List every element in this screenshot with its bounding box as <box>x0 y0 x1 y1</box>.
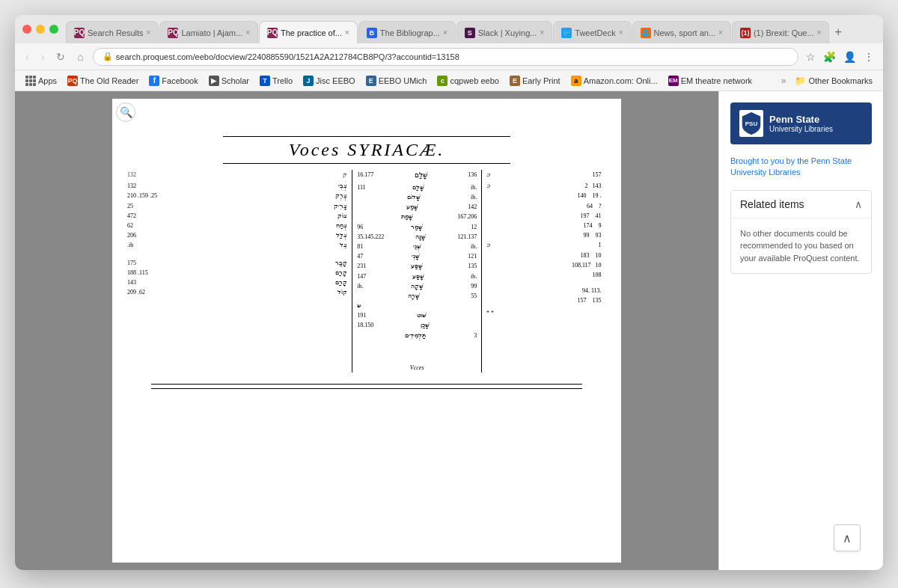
bookmark-early-print[interactable]: E Early Print <box>505 73 565 88</box>
new-tab-button[interactable]: + <box>830 21 846 43</box>
related-items-message: No other documents could be recommended … <box>740 229 860 263</box>
traffic-lights <box>22 25 58 34</box>
tab-close-brexit[interactable]: × <box>817 28 822 37</box>
facebook-label: Facebook <box>162 76 198 85</box>
browser-window: PQ Search Results × PQ Lamiato | Ajam...… <box>15 15 883 570</box>
bookmarks-more: » 📁 Other Bookmarks <box>781 73 877 88</box>
home-button[interactable]: ⌂ <box>74 49 86 64</box>
university-libraries-label: University Libraries <box>769 125 833 133</box>
bookmark-scholar[interactable]: ▶ Scholar <box>204 73 254 88</box>
tab-favicon-bibliography: B <box>367 28 377 38</box>
tab-favicon-slack: S <box>465 28 475 38</box>
eebo-favicon: E <box>366 76 376 86</box>
tab-close-lamiato[interactable]: × <box>245 28 250 37</box>
bookmark-trello[interactable]: T Trello <box>255 73 297 88</box>
svg-text:PSU: PSU <box>745 120 758 127</box>
em-favicon: EM <box>668 76 679 86</box>
tab-label-brexit: (1) Brexit: Que... <box>754 28 814 37</box>
bookmark-old-reader[interactable]: PQ The Old Reader <box>63 73 143 88</box>
tab-practice[interactable]: PQ The practice of... × <box>259 21 358 43</box>
old-reader-favicon: PQ <box>67 76 78 86</box>
reload-button[interactable]: ↻ <box>53 49 68 64</box>
right-sidebar: PSU Penn State University Libraries Brou… <box>718 91 883 570</box>
tab-favicon-brexit: (1) <box>740 28 751 38</box>
tab-favicon-lamiato: PQ <box>168 28 178 38</box>
jisc-favicon: J <box>303 76 314 86</box>
tab-label-bibliography: The Bibliograp... <box>380 28 440 37</box>
tab-label-news: News, sport an... <box>654 28 716 37</box>
page-search-icon[interactable]: 🔍 <box>116 102 135 122</box>
right-column-syriac: 16.177 שָׁלַם 136 111 שָׁלַם ib. שָׁלוֹם <box>357 170 477 373</box>
tab-favicon-practice: PQ <box>267 28 278 38</box>
tab-label-search-results: Search Results <box>88 28 144 37</box>
forward-button[interactable]: › <box>38 49 48 64</box>
address-right-icons: ☆ 🧩 👤 ⋮ <box>804 49 876 64</box>
main-content: 🔍 Voces SYRIACÆ. ק 132 <box>15 91 883 570</box>
settings-button[interactable]: ⋮ <box>862 49 876 64</box>
cqpweb-label: cqpweb eebo <box>450 76 498 85</box>
bookmark-amazon[interactable]: a Amazon.com: Onli... <box>566 73 662 88</box>
tab-close-news[interactable]: × <box>718 28 723 37</box>
tabs-bar: PQ Search Results × PQ Lamiato | Ajam...… <box>66 15 876 43</box>
address-field[interactable]: 🔒 search.proquest.com/eebo/docview/22408… <box>93 48 798 66</box>
maximize-button[interactable] <box>49 25 58 34</box>
tab-label-slack: Slack | Xuying... <box>478 28 537 37</box>
address-text: search.proquest.com/eebo/docview/2240885… <box>116 52 459 61</box>
tab-close-bibliography[interactable]: × <box>443 28 448 37</box>
left-column: ק 132 צְבִי 132 צֶרֶק 25. 159. 210 צָר <box>127 170 347 373</box>
bookmark-cqpweb[interactable]: c cqpweb eebo <box>433 73 503 88</box>
other-bookmarks[interactable]: 📁 Other Bookmarks <box>790 73 877 88</box>
tab-lamiato[interactable]: PQ Lamiato | Ajam... × <box>159 21 258 43</box>
address-bar: ‹ › ↻ ⌂ 🔒 search.proquest.com/eebo/docvi… <box>15 43 883 70</box>
scroll-to-top-button[interactable]: ∧ <box>834 524 861 551</box>
bookmark-em[interactable]: EM EM theatre network <box>664 73 757 88</box>
document-viewer[interactable]: 🔍 Voces SYRIACÆ. ק 132 <box>15 91 718 570</box>
tab-brexit[interactable]: (1) (1) Brexit: Que... × <box>732 21 830 43</box>
tab-news[interactable]: 🌐 News, sport an... × <box>632 21 731 43</box>
tab-close-practice[interactable]: × <box>345 28 349 37</box>
apps-grid-icon <box>25 76 36 86</box>
tab-slack[interactable]: S Slack | Xuying... × <box>456 21 553 43</box>
bookmark-star-button[interactable]: ☆ <box>804 49 817 64</box>
apps-label: Apps <box>38 76 57 85</box>
tab-favicon-pq: PQ <box>74 28 85 38</box>
early-print-label: Early Print <box>522 76 561 85</box>
tab-tweetdeck[interactable]: 🐦 TweetDeck × <box>553 21 631 43</box>
middle-divider <box>347 170 357 373</box>
facebook-favicon: f <box>149 76 159 86</box>
tab-close-search-results[interactable]: × <box>147 28 151 37</box>
back-button[interactable]: ‹ <box>22 49 32 64</box>
tab-close-slack[interactable]: × <box>540 28 544 37</box>
trello-favicon: T <box>260 76 270 86</box>
tab-label-practice: The practice of... <box>281 28 342 37</box>
far-right-column: ɔ 157 ɔ 2 143 140 19 . <box>486 170 602 373</box>
more-bookmarks-separator: » <box>781 76 786 86</box>
early-print-favicon: E <box>510 76 520 86</box>
penn-state-text: Penn State University Libraries <box>769 114 833 133</box>
tab-bibliography[interactable]: B The Bibliograp... × <box>358 21 456 43</box>
chevron-up-icon[interactable]: ∧ <box>855 198 862 210</box>
bookmark-jisc[interactable]: J Jisc EEBO <box>299 73 360 88</box>
related-items-section: Related items ∧ No other documents could… <box>730 190 872 275</box>
other-bookmarks-label: Other Bookmarks <box>808 76 873 85</box>
jisc-label: Jisc EEBO <box>316 76 355 85</box>
tab-close-tweetdeck[interactable]: × <box>619 28 623 37</box>
bookmark-apps[interactable]: Apps <box>21 73 61 88</box>
related-items-header: Related items ∧ <box>731 191 871 218</box>
bookmark-eebo[interactable]: E EEBO UMich <box>361 73 432 88</box>
page-title-area: Voces SYRIACÆ. <box>127 136 606 164</box>
tab-label-lamiato: Lamiato | Ajam... <box>181 28 242 37</box>
bookmark-facebook[interactable]: f Facebook <box>144 73 202 88</box>
brought-by-content: Brought to you by the Penn State Univers… <box>730 156 852 177</box>
tab-favicon-twitter: 🐦 <box>561 28 572 38</box>
tab-label-tweetdeck: TweetDeck <box>575 28 615 37</box>
document-page: 🔍 Voces SYRIACÆ. ק 132 <box>112 99 621 563</box>
close-button[interactable] <box>22 25 31 34</box>
scholar-favicon: ▶ <box>209 76 219 86</box>
minimize-button[interactable] <box>36 25 45 34</box>
profile-button[interactable]: 👤 <box>842 49 858 64</box>
extensions-button[interactable]: 🧩 <box>822 49 837 64</box>
old-reader-label: The Old Reader <box>80 76 138 85</box>
folder-icon: 📁 <box>795 76 806 86</box>
tab-search-results[interactable]: PQ Search Results × <box>66 21 159 43</box>
